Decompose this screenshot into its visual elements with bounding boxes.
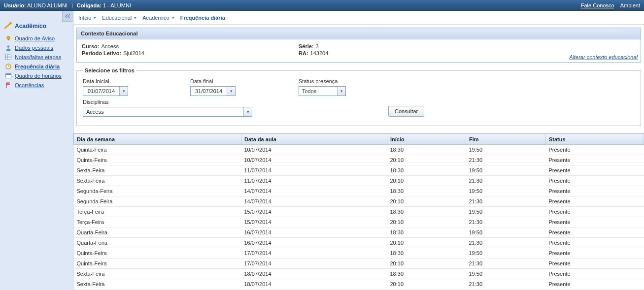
periodo-value: Sjul2014 [123,50,144,56]
chevron-down-icon[interactable]: ▾ [337,87,345,96]
sidebar-item[interactable]: Ocorrências [5,80,73,90]
breadcrumb-current: Frequência diária [180,15,225,21]
table-cell: 20:10 [387,176,466,186]
table-cell: 19:50 [466,207,546,217]
sidebar-item[interactable]: Quadro de Aviso [5,33,73,43]
data-inicial-value: 01/07/2014 [83,88,119,94]
chevron-down-icon: ▾ [134,15,136,20]
table-row[interactable]: Sexta-Feira18/07/201420:1021:30Presente [74,279,644,290]
table-cell: 20:10 [387,217,466,227]
alter-context-link[interactable]: Alterar contexto educacional [569,54,638,60]
sidebar-item[interactable]: Notas/faltas etapas [5,52,73,62]
sidebar-item[interactable]: Dados pessoais [5,43,73,52]
column-header[interactable]: Dia da semana [74,134,241,145]
table-cell: 17/07/2014 [241,248,387,258]
chevron-down-icon: ▾ [172,15,174,20]
table-cell: 11/07/2014 [241,165,387,176]
table-cell: 18:30 [387,248,466,258]
sidebar-item[interactable]: Quadro de horários [5,71,73,80]
schedule-icon [5,72,12,79]
table-row[interactable]: Quarta-Feira16/07/201418:3019:50Presente [74,227,644,238]
sidebar-item-label[interactable]: Frequência diária [15,64,60,69]
table-row[interactable]: Sexta-Feira18/07/201418:3019:50Presente [74,269,644,279]
table-cell: 21:30 [466,155,546,165]
sidebar-item[interactable]: Frequência diária [5,62,73,71]
table-cell: Sexta-Feira [74,269,241,279]
svg-point-0 [7,36,10,39]
table-row[interactable]: Quinta-Feira17/07/201420:1021:30Presente [74,258,644,269]
breadcrumb: Início▾ Educacional▾ Acadêmico▾ Frequênc… [73,11,644,25]
data-final-input[interactable]: 31/07/2014 ▾ [190,86,236,96]
table-cell: 18:30 [387,165,466,176]
table-cell: Presente [546,248,644,258]
table-cell: 19:50 [466,145,546,155]
column-header[interactable]: Data da aula [241,134,387,145]
table-cell: 14/07/2014 [241,186,387,196]
environment-label: Ambient [620,2,640,8]
data-final-value: 31/07/2014 [191,88,227,94]
table-cell: Quarta-Feira [74,227,241,238]
table-cell: Presente [546,165,644,176]
table-row[interactable]: Sexta-Feira11/07/201418:3019:50Presente [74,165,644,176]
sidebar-item-label[interactable]: Quadro de Aviso [15,35,55,41]
chevron-down-icon[interactable]: ▾ [243,107,252,116]
chevron-down-icon: ▾ [94,15,96,20]
disciplinas-label: Disciplinas [83,99,295,105]
table-cell: Terça-Feira [74,217,241,227]
column-header[interactable]: Início [387,134,466,145]
sidebar: Acadêmico Quadro de AvisoDados pessoaisN… [0,11,73,290]
table-cell: Quinta-Feira [74,145,241,155]
column-header[interactable]: Fim [466,134,546,145]
periodo-label: Período Letivo: [82,50,121,56]
user-value: ALUNO ALUMNI [27,2,68,8]
table-cell: 21:30 [466,238,546,248]
sidebar-item-label[interactable]: Notas/faltas etapas [15,54,61,60]
table-cell: 11/07/2014 [241,176,387,186]
breadcrumb-item-educacional[interactable]: Educacional [102,15,132,21]
breadcrumb-item-inicio[interactable]: Início [78,15,91,21]
table-cell: Presente [546,145,644,155]
table-cell: 10/07/2014 [241,145,387,155]
chevron-left-icon [65,14,71,19]
table-row[interactable]: Quarta-Feira16/07/201420:1021:30Presente [74,238,644,248]
data-inicial-input[interactable]: 01/07/2014 ▾ [83,86,128,96]
table-cell: Quarta-Feira [74,238,241,248]
contact-link[interactable]: Fale Conosco [581,2,614,8]
data-final-label: Data final [190,78,297,84]
table-cell: 20:10 [387,238,466,248]
table-cell: 18:30 [387,186,466,196]
table-cell: Sexta-Feira [74,176,241,186]
table-cell: Segunda-Feira [74,186,241,196]
table-cell: 21:30 [466,196,546,207]
sidebar-item-label[interactable]: Dados pessoais [15,45,53,51]
curso-value: Access [101,43,118,49]
table-row[interactable]: Quinta-Feira10/07/201418:3019:50Presente [74,145,644,155]
table-cell: 21:30 [466,217,546,227]
chevron-down-icon[interactable]: ▾ [119,87,128,96]
table-row[interactable]: Segunda-Feira14/07/201418:3019:50Present… [74,186,644,196]
table-row[interactable]: Terça-Feira15/07/201420:1021:30Presente [74,217,644,227]
chevron-down-icon[interactable]: ▾ [227,87,235,96]
user-label: Usuário: [4,2,26,8]
attendance-grid: Dia da semanaData da aulaInícioFimStatus… [73,133,644,290]
sidebar-item-label[interactable]: Quadro de horários [15,73,62,79]
table-row[interactable]: Quinta-Feira17/07/201418:3019:50Presente [74,248,644,258]
status-presenca-select[interactable]: Todos ▾ [299,86,346,96]
table-cell: 18:30 [387,145,466,155]
table-cell: Quinta-Feira [74,248,241,258]
sidebar-collapse-button[interactable] [62,11,73,22]
table-cell: 19:50 [466,269,546,279]
sidebar-item-label[interactable]: Ocorrências [15,82,44,88]
table-cell: Presente [546,258,644,269]
person-icon [5,44,12,51]
flag-icon [5,82,12,89]
consultar-button[interactable]: Consultar [388,106,424,117]
table-row[interactable]: Segunda-Feira14/07/201420:1021:30Present… [74,196,644,207]
column-header[interactable]: Status [546,134,644,145]
disciplinas-value: Access [83,109,243,115]
breadcrumb-item-academico[interactable]: Acadêmico [142,15,169,21]
disciplinas-select[interactable]: Access ▾ [83,107,252,117]
table-row[interactable]: Quinta-Feira10/07/201420:1021:30Presente [74,155,644,165]
table-row[interactable]: Sexta-Feira11/07/201420:1021:30Presente [74,176,644,186]
table-row[interactable]: Terça-Feira15/07/201418:3019:50Presente [74,207,644,217]
